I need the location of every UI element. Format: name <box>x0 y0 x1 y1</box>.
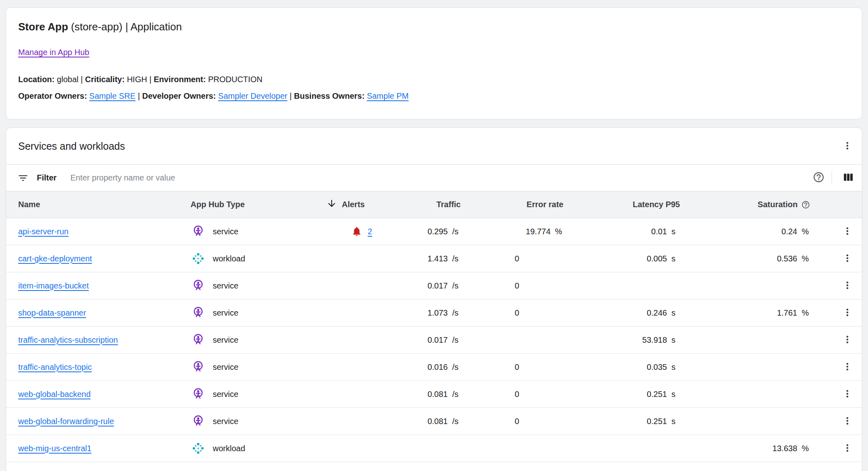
traffic-cell: 0.295/s <box>415 227 466 236</box>
column-header-saturation[interactable]: Saturation <box>685 200 815 209</box>
alert-count-link[interactable]: 2 <box>368 227 372 236</box>
row-menu-button[interactable] <box>838 276 857 295</box>
column-header-app-hub-type[interactable]: App Hub Type <box>186 200 322 209</box>
traffic-value: 0.017 <box>415 335 448 345</box>
row-menu-button[interactable] <box>838 357 857 377</box>
row-actions-cell <box>815 439 862 458</box>
row-menu-button[interactable] <box>838 384 857 404</box>
filter-help-button[interactable] <box>809 168 828 188</box>
latency-unit: s <box>667 308 685 318</box>
column-display-options-button[interactable] <box>838 168 858 188</box>
type-cell: workload <box>186 252 322 265</box>
type-cell: service <box>186 225 322 238</box>
criticality-value: HIGH <box>127 75 147 84</box>
row-actions-cell <box>815 357 862 377</box>
service-name-link[interactable]: cart-gke-deployment <box>18 254 92 263</box>
saturation-value: 1.761 <box>685 308 797 318</box>
column-header-error-rate[interactable]: Error rate <box>466 200 568 209</box>
help-icon <box>813 171 825 185</box>
help-icon[interactable] <box>801 200 810 209</box>
type-cell: service <box>186 306 322 320</box>
error-rate-value: 0 <box>466 390 568 399</box>
filter-input[interactable] <box>70 173 809 183</box>
latency-cell: 0.01s <box>568 227 685 236</box>
traffic-cell: 0.016/s <box>415 363 466 372</box>
filter-label[interactable]: Filter <box>37 173 57 182</box>
service-name-link[interactable]: traffic-analytics-subscription <box>18 335 118 344</box>
type-cell: service <box>186 333 322 347</box>
row-menu-button[interactable] <box>838 439 857 458</box>
type-label: service <box>213 227 238 236</box>
service-name-link[interactable]: web-mig-us-central1 <box>18 444 91 453</box>
traffic-cell: 0.017/s <box>415 335 466 345</box>
name-cell: traffic-analytics-subscription <box>6 335 186 345</box>
service-name-link[interactable]: api-server-run <box>18 227 68 236</box>
column-header-traffic[interactable]: Traffic <box>415 200 466 209</box>
saturation-value: 0.536 <box>685 254 797 263</box>
manage-in-app-hub-link[interactable]: Manage in App Hub <box>18 48 89 57</box>
service-name-link[interactable]: web-global-forwarding-rule <box>18 417 114 426</box>
traffic-unit: /s <box>448 363 466 372</box>
error-rate-cell: 0 <box>466 417 568 426</box>
business-owner-link[interactable]: Sample PM <box>367 91 409 100</box>
type-label: service <box>213 363 238 372</box>
latency-unit: s <box>667 390 685 399</box>
developer-owner-link[interactable]: Sampler Developer <box>218 91 287 100</box>
service-name-link[interactable]: item-images-bucket <box>18 281 89 290</box>
filter-icon[interactable] <box>17 172 29 184</box>
environment-value: PRODUCTION <box>208 75 262 84</box>
type-cell: service <box>186 387 322 401</box>
operator-owners-label: Operator Owners: <box>18 91 87 100</box>
kebab-icon <box>842 307 853 319</box>
service-name-link[interactable]: web-global-backend <box>18 390 91 399</box>
type-label: service <box>213 390 238 399</box>
traffic-value: 1.073 <box>415 308 448 318</box>
row-actions-cell <box>815 303 862 322</box>
row-menu-button[interactable] <box>838 222 857 241</box>
name-cell: web-mig-us-central1 <box>6 444 186 453</box>
row-menu-button[interactable] <box>838 303 857 322</box>
alerts-cell: 2 <box>322 226 415 237</box>
separator: | <box>149 75 151 84</box>
row-menu-button[interactable] <box>838 412 857 431</box>
developer-owners-label: Developer Owners: <box>142 91 216 100</box>
type-label: service <box>213 417 238 426</box>
name-cell: web-global-backend <box>6 390 186 399</box>
table-row: traffic-analytics-subscription service 0… <box>6 327 862 354</box>
column-header-alerts[interactable]: Alerts <box>322 198 415 211</box>
page: Store App (store-app) | Application Mana… <box>0 0 868 471</box>
alerts-header-label: Alerts <box>342 200 365 209</box>
row-menu-button[interactable] <box>838 330 857 350</box>
traffic-cell: 1.413/s <box>415 254 466 263</box>
card-menu-button[interactable] <box>838 136 857 156</box>
app-hub-service-icon <box>191 333 205 347</box>
saturation-unit: % <box>797 254 815 263</box>
name-cell: item-images-bucket <box>6 281 186 291</box>
saturation-cell: 13.638% <box>685 444 815 453</box>
app-summary-card: Store App (store-app) | Application Mana… <box>6 7 862 119</box>
filter-bar: Filter <box>6 164 862 191</box>
saturation-header-label: Saturation <box>758 200 798 209</box>
card-header: Services and workloads <box>6 128 862 164</box>
service-name-link[interactable]: traffic-analytics-topic <box>18 363 92 371</box>
card-title: Services and workloads <box>18 140 125 152</box>
error-rate-value: 0 <box>466 363 568 372</box>
service-name-link[interactable]: shop-data-spanner <box>18 308 86 317</box>
row-actions-cell <box>815 330 862 350</box>
operator-owner-link[interactable]: Sample SRE <box>89 91 136 100</box>
traffic-unit: /s <box>448 227 466 236</box>
column-header-latency-p95[interactable]: Latency P95 <box>568 200 685 209</box>
column-header-name[interactable]: Name <box>6 200 186 209</box>
latency-cell: 0.251s <box>568 417 685 426</box>
type-label: service <box>213 281 238 291</box>
row-menu-button[interactable] <box>838 249 857 268</box>
location-label: Location: <box>18 75 55 84</box>
error-rate-cell: 0 <box>466 363 568 372</box>
kebab-icon <box>842 252 853 265</box>
traffic-unit: /s <box>448 390 466 399</box>
app-hub-service-icon <box>191 225 205 238</box>
type-cell: service <box>186 279 322 293</box>
latency-value: 0.01 <box>568 227 667 236</box>
kebab-icon <box>842 361 853 373</box>
traffic-value: 0.016 <box>415 363 448 372</box>
